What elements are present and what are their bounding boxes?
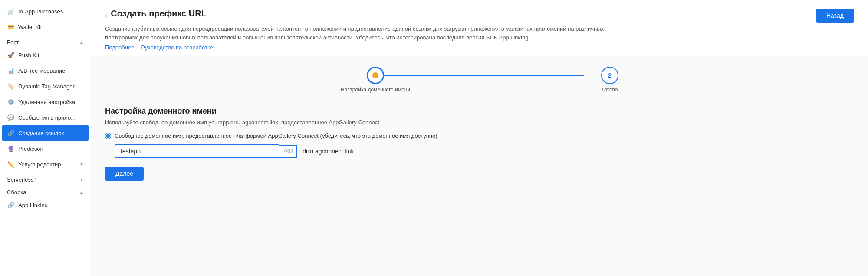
page-description: Создание глубинных ссылок для переадреса… [105,25,626,42]
sidebar-item-prediction[interactable]: 🔮 Prediction [0,141,91,156]
section-title: Настройка доменного имени [105,107,854,116]
prediction-icon: 🔮 [7,145,15,153]
radio-option: Свободное доменное имя, предоставленное … [105,133,854,139]
back-arrow-icon[interactable]: ‹ [105,12,107,19]
sidebar: 🛒 In-App Purchases 💳 Wallet Kit Рост ▲ 🚀… [0,0,91,276]
sidebar-item-create-links[interactable]: 🔗 Создание ссылок [2,125,89,141]
section-build[interactable]: Сборка ▲ [0,185,91,197]
sidebar-item-dynamic-tag[interactable]: 🏷️ Dynamic Tag Manager [0,78,91,94]
sidebar-item-in-app-purchases[interactable]: 🛒 In-App Purchases [0,3,91,19]
page-links: Подробнее Руководство по разработке [105,44,626,51]
page-header: ‹ Создать префикс URL Создание глубинных… [91,0,868,56]
main-content: ‹ Создать префикс URL Создание глубинных… [91,0,868,276]
input-row: 7/63 .drru.agconnect.link [115,144,854,158]
edit-service-chevron-icon: ▼ [79,162,84,167]
remote-config-icon: ⚙️ [7,98,15,106]
build-items: 🔗 App Linking [0,197,91,213]
section-growth[interactable]: Рост ▲ [0,35,91,47]
growth-items: 🚀 Push Kit 📊 А/В-тестирование 🏷️ Dynamic… [0,47,91,172]
sidebar-item-messages[interactable]: 💬 Сообщения в прило... [0,110,91,125]
stepper-step-2: 2 Готово [601,67,618,93]
content-area: Настройка доменного имени 2 Готово Настр… [91,56,868,276]
edit-service-icon: ✏️ [7,160,15,168]
next-button[interactable]: Далее [105,167,144,181]
step-2-label: Готово [602,87,618,93]
sidebar-item-edit-service[interactable]: ✏️ Услуга редактир... ▼ [0,156,91,172]
input-suffix: .drru.agconnect.link [297,145,357,157]
sidebar-item-wallet-kit[interactable]: 💳 Wallet Kit [0,19,91,35]
wallet-kit-icon: 💳 [7,23,15,31]
radio-label[interactable]: Свободное доменное имя, предоставленное … [115,133,437,139]
create-links-icon: 🔗 [7,129,15,137]
section-serverless[interactable]: Serverless* ▼ [0,172,91,185]
header-top: ‹ Создать префикс URL Создание глубинных… [105,9,854,51]
stepper: Настройка доменного имени 2 Готово [105,67,854,93]
step-1-circle [367,67,384,84]
page-title: Создать префикс URL [111,9,207,19]
domain-input[interactable] [115,144,279,158]
push-kit-icon: 🚀 [7,51,15,59]
sidebar-item-remote-config[interactable]: ⚙️ Удаленная настройка [0,94,91,110]
sidebar-item-ab-testing[interactable]: 📊 А/В-тестирование [0,63,91,78]
step-1-label: Настройка доменного имени [341,87,410,93]
serverless-chevron-icon: ▼ [79,177,84,182]
sidebar-item-app-linking[interactable]: 🔗 App Linking [0,197,91,213]
back-button[interactable]: Назад [816,9,854,23]
app-linking-icon: 🔗 [7,201,15,209]
dynamic-tag-icon: 🏷️ [7,82,15,90]
input-counter: 7/63 [279,145,297,158]
step-2-circle: 2 [601,67,618,84]
messages-icon: 💬 [7,114,15,121]
build-chevron-icon: ▲ [79,190,84,195]
free-domain-radio[interactable] [105,133,111,139]
in-app-purchases-icon: 🛒 [7,7,15,15]
link-guide[interactable]: Руководство по разработке [141,44,213,51]
growth-chevron-icon: ▲ [79,40,84,45]
link-more[interactable]: Подробнее [105,44,134,51]
header-left: ‹ Создать префикс URL Создание глубинных… [105,9,626,51]
section-desc: Используйте свободное доменное имя youra… [105,119,854,126]
sidebar-item-push-kit[interactable]: 🚀 Push Kit [0,47,91,63]
ab-testing-icon: 📊 [7,67,15,75]
stepper-step-1: Настройка доменного имени [341,67,410,93]
